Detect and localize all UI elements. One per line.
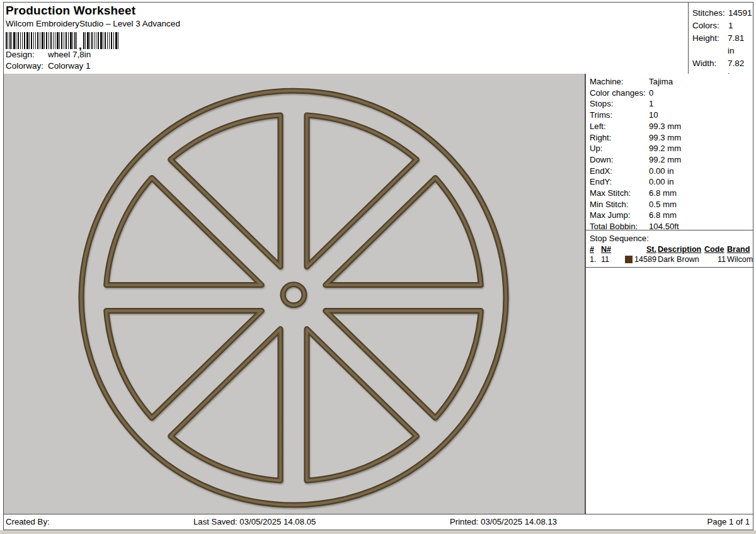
header: Production Worksheet Wilcom EmbroiderySt… [4,3,753,74]
machine-label: Max Jump: [590,210,649,221]
stat-label: Stitches: [692,7,728,20]
page-title: Production Worksheet [6,4,180,18]
machine-label: Max Stitch: [590,188,649,199]
desktop-background-strip [0,530,756,534]
production-worksheet-window: { "header": { "title": "Production Works… [0,0,756,534]
machine-label: EndY: [590,176,649,188]
machine-row: Max Jump:6.8 mm [590,210,753,221]
design-label: Design: [6,50,48,60]
barcode-group-2 [83,32,119,49]
footer: Created By: Last Saved: 03/05/2025 14.08… [4,514,753,530]
col-header-stitches: St. [619,245,656,254]
created-by-label: Created By: [6,517,50,526]
colorway-row: Colorway: Colorway 1 [6,61,180,72]
machine-label: Min Stitch: [590,199,649,210]
machine-row: Down:99.2 mm [590,154,753,166]
col-header-needle: N# [601,245,617,254]
design-row: Design: wheel 7,8in [6,50,180,60]
machine-value: Tajima [649,76,673,88]
wheel-embroidery-graphic [4,74,585,515]
machine-label: Stops: [590,98,649,110]
colorway-label: Colorway: [6,61,48,72]
col-header-brand: Brand [727,245,753,254]
machine-value: 1 [649,98,653,110]
machine-label: Trims: [590,110,649,121]
machine-row: EndX:0.00 in [590,166,753,177]
printed-text: Printed: 03/05/2025 14.08.13 [450,517,557,526]
stop-sequence-title: Stop Sequence: [590,233,753,244]
app-subtitle: Wilcom EmbroideryStudio – Level 3 Advanc… [6,19,180,29]
stat-value: 14591 [728,7,752,20]
machine-label: Total Bobbin: [590,221,649,232]
machine-info-panel: Machine:Tajima Color changes:0 Stops:1 T… [585,74,753,515]
machine-value: 0.00 in [649,176,674,188]
machine-value: 0 [649,88,653,99]
stop-row-stitch-count: 14589 [634,254,656,264]
machine-row: Trims:10 [590,110,753,121]
stop-row-stitches-cell: 14589 [619,254,656,264]
machine-value: 0.5 mm [649,199,677,210]
machine-row: Max Stitch:6.8 mm [590,188,753,199]
stats-panel: Stitches: 14591 Colors: 1 Height: 7.81 i… [688,3,753,74]
machine-value: 99.2 mm [649,143,681,154]
machine-row: EndY:0.00 in [590,176,753,188]
machine-value: 6.8 mm [649,210,677,221]
header-left-block: Production Worksheet Wilcom EmbroiderySt… [6,4,180,71]
machine-label: Right: [590,132,649,144]
machine-label: Left: [590,121,649,132]
worksheet-page: Production Worksheet Wilcom EmbroiderySt… [3,2,753,530]
machine-label: Color changes: [590,88,649,99]
stat-row-colors: Colors: 1 [692,20,753,32]
machine-label: EndX: [590,166,649,177]
stop-row-needle: 11 [601,254,617,264]
col-header-code: Code [704,245,726,254]
machine-value: 10 [649,110,658,121]
machine-value: 99.3 mm [649,121,681,132]
machine-label: Machine: [590,76,649,88]
page-number: Page 1 of 1 [707,517,750,526]
machine-row: Left:99.3 mm [590,121,753,132]
col-header-description: Description [658,245,703,254]
stat-row-stitches: Stitches: 14591 [692,7,753,20]
machine-label: Down: [590,154,649,166]
col-header-num: # [590,245,600,254]
barcode-separator: , [79,43,82,49]
machine-row: Up:99.2 mm [590,143,753,154]
machine-row: Right:99.3 mm [590,132,753,144]
barcode: , [6,32,180,49]
stat-label: Colors: [692,20,728,32]
stat-label: Height: [692,32,728,57]
last-saved-text: Last Saved: 03/05/2025 14.08.05 [193,517,316,526]
machine-value: 99.2 mm [649,154,681,166]
design-value: wheel 7,8in [48,50,91,60]
colorway-value: Colorway 1 [48,61,91,72]
barcode-group-1 [6,32,77,49]
stat-value: 1 [728,20,733,32]
thread-color-swatch [625,256,633,263]
machine-row: Stops:1 [590,98,753,110]
machine-block: Machine:Tajima Color changes:0 Stops:1 T… [586,74,753,230]
design-canvas [4,74,585,515]
machine-label: Up: [590,143,649,154]
machine-value: 99.3 mm [649,132,681,144]
stop-row-description: Dark Brown [658,254,703,264]
machine-value: 104.50ft [649,221,679,232]
stop-row-num: 1. [590,254,600,264]
stat-value: 7.81 in [728,32,753,57]
machine-row: Machine:Tajima [590,76,753,88]
machine-value: 6.8 mm [649,188,677,199]
machine-row: Min Stitch:0.5 mm [590,199,753,210]
stat-row-height: Height: 7.81 in [692,32,753,57]
stop-sequence-block: Stop Sequence: # N# St. Description Code… [586,230,753,268]
machine-row: Color changes:0 [590,88,753,99]
stop-sequence-table: # N# St. Description Code Brand 1. 11 14… [590,245,753,264]
stop-row-brand: Wilcom [727,254,753,264]
machine-value: 0.00 in [649,166,674,177]
stop-row-code: 11 [704,254,726,264]
